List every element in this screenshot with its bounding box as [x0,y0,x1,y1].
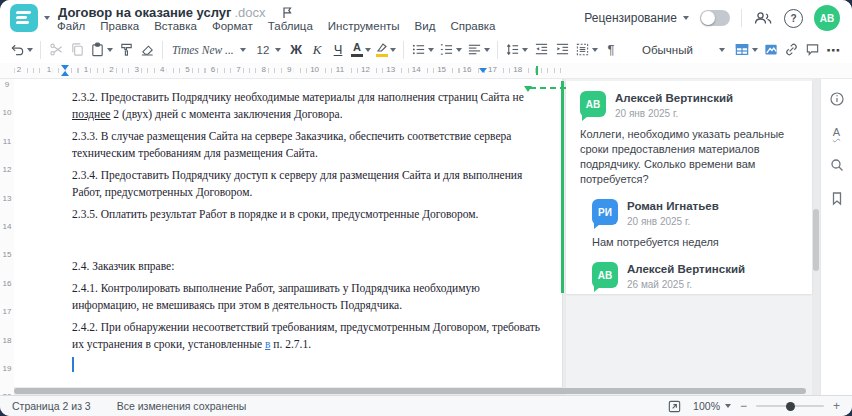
line-spacing-button[interactable] [503,39,530,61]
save-status: Все изменения сохранены [117,400,247,412]
numbered-list-button[interactable] [437,39,464,61]
paste-button[interactable] [88,39,115,61]
insert-table-caret-icon [752,48,758,52]
undo-caret-icon[interactable] [27,48,33,52]
menu-item-Инструменты[interactable]: Инструменты [328,20,400,32]
font-size-value: 12 [255,44,271,56]
logo-menu-caret-icon[interactable] [44,16,50,20]
font-size-select[interactable]: 12 [251,39,285,61]
italic-button[interactable]: К [307,39,327,61]
app-window: Договор на оказание услуг .docx ФайлПрав… [0,0,852,416]
zoom-level-value: 100% [693,400,720,412]
increase-indent-button[interactable] [552,39,572,61]
spellcheck-icon[interactable]: А [827,122,847,142]
show-paragraph-marks-button[interactable]: ¶ [601,39,621,61]
font-family-select[interactable]: Times New ... [168,39,250,61]
ruler-number: 7 [234,65,242,74]
comment-avatar: АВ [580,91,606,117]
underline-button[interactable]: Ч [328,39,348,61]
menu-item-Таблица[interactable]: Таблица [268,20,313,32]
document-content[interactable]: 2.3.2. Предоставить Подрядчику необходим… [14,79,562,353]
menu-item-Формат[interactable]: Формат [212,20,253,32]
fit-width-icon[interactable] [664,396,684,416]
doc-paragraph[interactable]: 2.3.4. Предоставить Подрядчику доступ к … [72,167,522,201]
doc-segment: Работ, предусмотренных Договором. [72,186,252,198]
favorite-flag-icon[interactable] [281,6,293,19]
zoom-level-select[interactable]: 100% [693,400,731,412]
cut-button[interactable] [46,39,66,61]
comment-reply[interactable]: АВАлексей Вертинский26 май 2025 г.Роман … [592,262,798,294]
doc-segment: техническим требованиям для размещения С… [72,147,318,159]
clear-style-eraser-button[interactable] [137,39,157,61]
insert-table-button[interactable] [732,39,760,61]
vertical-ruler[interactable]: 91011121314151617181920 [0,79,14,395]
comment-item[interactable]: АВАлексей Вертинский20 янв 2025 г.Коллег… [580,91,798,187]
highlight-color-button[interactable] [374,39,398,61]
numbered-list-caret-icon [456,48,462,52]
undo-button[interactable] [8,39,35,61]
comment-avatar-initials: РИ [598,207,612,218]
bookmark-icon[interactable] [827,188,847,208]
doc-paragraph[interactable]: 2.3.3. В случае размещения Сайта на серв… [72,128,522,162]
paragraph-borders-caret-icon [592,48,598,52]
comment-text: Коллеги, необходимо указать реальные сро… [580,127,798,187]
doc-paragraph[interactable]: 2.4.1. Контролировать выполнение Работ, … [72,280,522,314]
comment-reply[interactable]: РИРоман Игнатьев20 янв 2025 г.Нам потреб… [592,199,798,250]
bullet-list-button[interactable] [409,39,436,61]
doc-paragraph[interactable]: 2.4. Заказчик вправе: [72,258,522,275]
document-title: Договор на оказание услуг .docx [58,5,293,20]
paste-caret-icon[interactable] [107,48,113,52]
vertical-scrollbar[interactable] [813,209,819,271]
decrease-indent-button[interactable] [531,39,551,61]
help-icon[interactable]: ? [784,9,803,28]
menu-item-Файл[interactable]: Файл [57,20,85,32]
menu-item-Вид[interactable]: Вид [415,20,436,32]
comment-avatar-initials: АВ [586,99,600,110]
horizontal-ruler[interactable]: 21123456789101112131415161718 [0,63,852,79]
menu-item-Справка[interactable]: Справка [450,20,495,32]
doc-segment: 2.4. Заказчик вправе: [72,260,174,272]
info-icon[interactable] [827,89,847,109]
doc-segment: 2 (двух) дней с момента заключения Догов… [110,108,342,120]
comment-author-block: Алексей Вертинский20 янв 2025 г. [615,91,733,119]
doc-paragraph[interactable]: 2.3.2. Предоставить Подрядчику необходим… [72,89,522,123]
document-page[interactable]: 2.3.2. Предоставить Подрядчику необходим… [14,79,563,387]
copy-button[interactable] [67,39,87,61]
indent-marker-left[interactable] [61,65,69,76]
paragraph-borders-button[interactable] [573,39,600,61]
user-avatar[interactable]: АВ [814,5,840,31]
insert-image-button[interactable] [761,39,781,61]
indent-marker-right[interactable] [479,68,487,73]
collaboration-users-icon[interactable] [753,8,773,28]
paragraph-style-select[interactable]: Обычный [636,39,731,61]
ruler-number: 2 [15,65,23,74]
zoom-slider-knob[interactable] [786,402,795,411]
review-mode-button[interactable]: Рецензирование [584,11,689,25]
insert-comment-button[interactable] [803,39,823,61]
review-caret-icon [683,16,689,20]
zoom-out-button[interactable]: − [740,399,747,413]
doc-paragraph[interactable]: 2.3.5. Оплатить результат Работ в порядк… [72,206,522,223]
bold-button[interactable]: Ж [286,39,306,61]
app-logo[interactable] [10,4,38,32]
search-icon[interactable] [827,155,847,175]
toolbar-more-button[interactable]: ⋯ [824,39,844,61]
zoom-in-button[interactable]: + [833,399,840,413]
menu-item-Вставка[interactable]: Вставка [154,20,197,32]
avatar-tail [594,287,600,292]
font-color-button[interactable]: А [349,39,373,61]
align-button[interactable] [465,39,492,61]
insert-link-button[interactable] [782,39,802,61]
page-indicator[interactable]: Страница 2 из 3 [12,400,91,412]
zoom-slider[interactable] [756,405,824,407]
doc-paragraph[interactable]: 2.4.2. При обнаружении несоответствий тр… [72,319,522,353]
review-toggle[interactable] [700,10,730,26]
ruler-number: 16 [0,279,14,288]
ruler-number: 15 [0,250,14,259]
header: Договор на оказание услуг .docx ФайлПрав… [0,0,852,36]
menu-item-Правка[interactable]: Правка [100,20,139,32]
ruler-number: 6 [209,65,217,74]
comment-thread-card[interactable]: АВАлексей Вертинский20 янв 2025 г.Коллег… [566,81,812,294]
horizontal-scrollbar[interactable] [14,388,806,394]
format-painter-button[interactable] [116,39,136,61]
